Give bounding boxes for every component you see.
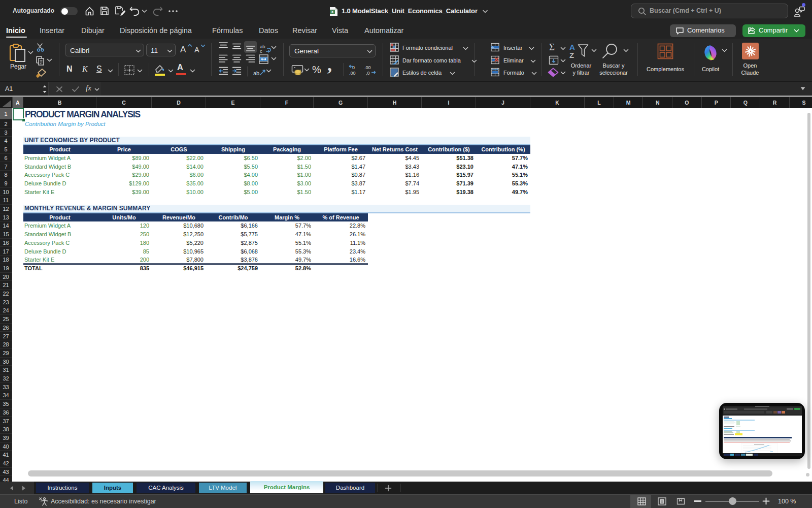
svg-text:,0: ,0 [366,71,370,76]
svg-text:0: 0 [352,65,355,70]
svg-text:c: c [260,48,262,54]
svg-text:X: X [331,10,333,14]
svg-text:.00: .00 [349,71,356,76]
svg-text:ab: ab [253,70,259,76]
svg-text:.00: .00 [364,65,371,70]
